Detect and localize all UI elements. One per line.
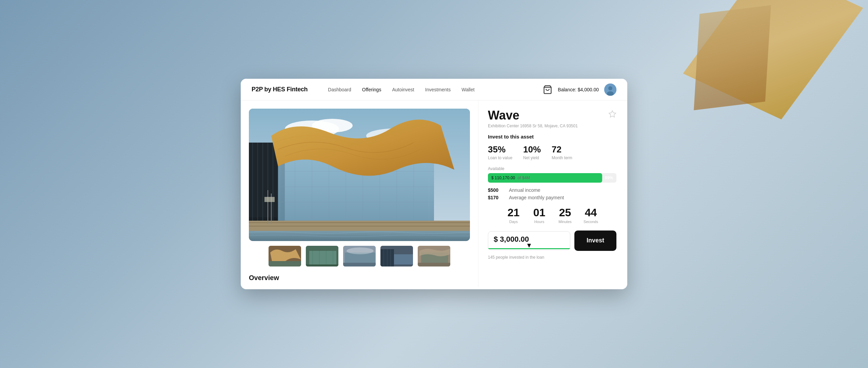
stats-row: 35% Loan to value 10% Net yield 72 Month… xyxy=(488,144,616,160)
svg-rect-33 xyxy=(249,231,470,241)
stat-value-yield: 10% xyxy=(523,144,541,155)
progress-amount-text: $ 110,170.00 of $4M xyxy=(491,176,530,180)
countdown-minutes-unit: Minutes xyxy=(558,220,572,224)
countdown-seconds: 44 Seconds xyxy=(580,206,602,224)
svg-rect-32 xyxy=(249,226,470,226)
svg-point-49 xyxy=(347,247,374,254)
stat-label-yield: Net yield xyxy=(523,155,541,160)
progress-percent-text: 89% xyxy=(605,176,613,180)
balance-display: Balance: $4,000.00 xyxy=(558,87,599,92)
invest-input-wrapper xyxy=(488,231,570,250)
thumbnail-4[interactable] xyxy=(380,245,414,267)
stat-value-term: 72 xyxy=(552,144,572,155)
main-nav: Dashboard Offerings Autoinvest Investmen… xyxy=(328,86,543,94)
progress-bar-container: $ 110,170.00 of $4M 89% xyxy=(488,173,616,183)
stat-net-yield: 10% Net yield xyxy=(523,144,541,160)
svg-rect-38 xyxy=(269,261,302,267)
header: P2P by HES Fintech Dashboard Offerings A… xyxy=(241,79,627,100)
available-label: Available xyxy=(488,166,616,171)
invest-slider-handle[interactable] xyxy=(527,244,531,248)
countdown-seconds-unit: Seconds xyxy=(584,220,598,224)
invest-button[interactable]: Invest xyxy=(574,231,616,251)
stat-label-ltv: Loan to value xyxy=(488,155,512,160)
svg-rect-47 xyxy=(345,253,375,264)
nav-wallet[interactable]: Wallet xyxy=(461,86,474,94)
countdown-hours-value: 01 xyxy=(533,206,546,219)
user-avatar[interactable] xyxy=(604,84,616,96)
stat-label-term: Month term xyxy=(552,155,572,160)
asset-location: Exhibition Center 16958 Sr 58, Mojave, C… xyxy=(488,124,616,128)
svg-marker-59 xyxy=(609,111,616,117)
nav-dashboard[interactable]: Dashboard xyxy=(328,86,351,94)
metric-label-annual: Annual income xyxy=(509,187,540,193)
thumbnail-5[interactable] xyxy=(417,245,451,267)
building-illustration xyxy=(249,109,470,241)
nav-autoinvest[interactable]: Autoinvest xyxy=(392,86,414,94)
invest-action-row: Invest xyxy=(488,231,616,251)
svg-rect-40 xyxy=(309,251,336,264)
nav-offerings[interactable]: Offerings xyxy=(362,86,381,94)
metric-monthly-payment: $170 Average monthly payment xyxy=(488,195,616,200)
countdown-timer: 21 Days 01 Hours 25 Minutes 44 Seconds xyxy=(488,206,616,224)
main-property-image xyxy=(249,109,470,241)
stat-value-ltv: 35% xyxy=(488,144,512,155)
metric-value-annual: $500 xyxy=(488,187,505,193)
logo: P2P by HES Fintech xyxy=(252,86,308,93)
svg-rect-31 xyxy=(249,222,470,223)
stat-loan-to-value: 35% Loan to value xyxy=(488,144,512,160)
svg-rect-58 xyxy=(418,263,451,267)
countdown-minutes-value: 25 xyxy=(559,206,571,219)
app-card: P2P by HES Fintech Dashboard Offerings A… xyxy=(241,79,627,289)
countdown-days: 21 Days xyxy=(503,206,525,224)
svg-rect-45 xyxy=(306,264,339,267)
metric-annual-income: $500 Annual income xyxy=(488,187,616,193)
countdown-hours-unit: Hours xyxy=(534,220,544,224)
metrics-row: $500 Annual income $170 Average monthly … xyxy=(488,187,616,200)
image-section: Overview xyxy=(241,100,478,287)
countdown-minutes: 25 Minutes xyxy=(554,206,576,224)
thumbnail-3[interactable] xyxy=(342,245,376,267)
info-section: Wave Exhibition Center 16958 Sr 58, Moja… xyxy=(478,100,627,287)
overview-section-label: Overview xyxy=(249,271,470,282)
nav-investments[interactable]: Investments xyxy=(425,86,451,94)
countdown-hours: 01 Hours xyxy=(529,206,550,224)
stat-month-term: 72 Month term xyxy=(552,144,572,160)
svg-rect-36 xyxy=(264,197,275,202)
asset-address: 16958 Sr 58, Mojave, CA 93501 xyxy=(520,124,578,128)
available-section: Available $ 110,170.00 of $4M 89% xyxy=(488,166,616,183)
thumbnail-1[interactable] xyxy=(268,245,302,267)
invest-heading: Invest to this asset xyxy=(488,134,616,140)
invest-progress-indicator xyxy=(488,248,570,249)
asset-title: Wave xyxy=(488,109,519,122)
svg-rect-48 xyxy=(343,263,376,267)
svg-rect-55 xyxy=(394,254,414,264)
asset-category: Exhibition Center xyxy=(488,124,520,128)
asset-title-row: Wave xyxy=(488,109,616,122)
invest-amount-input[interactable] xyxy=(494,235,565,244)
social-proof-text: 145 people invested in the loan xyxy=(488,255,616,260)
countdown-days-unit: Days xyxy=(509,220,518,224)
thumbnail-2[interactable] xyxy=(305,245,339,267)
favorite-icon[interactable] xyxy=(608,110,616,118)
countdown-seconds-value: 44 xyxy=(585,206,597,219)
cart-icon[interactable] xyxy=(543,85,552,94)
image-thumbnails xyxy=(249,245,470,267)
svg-point-2 xyxy=(608,86,612,90)
main-content: Overview Wave Exhibition Center 16958 Sr… xyxy=(241,100,627,287)
metric-value-monthly: $170 xyxy=(488,195,505,200)
countdown-days-value: 21 xyxy=(508,206,520,219)
metric-label-monthly: Average monthly payment xyxy=(509,195,564,200)
header-right: Balance: $4,000.00 xyxy=(543,84,616,96)
